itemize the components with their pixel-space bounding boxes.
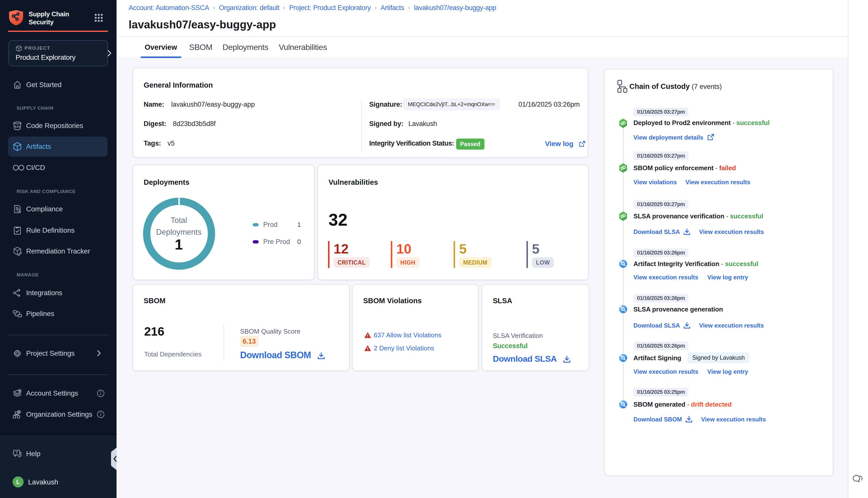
svg-text:?: ? — [15, 450, 18, 455]
